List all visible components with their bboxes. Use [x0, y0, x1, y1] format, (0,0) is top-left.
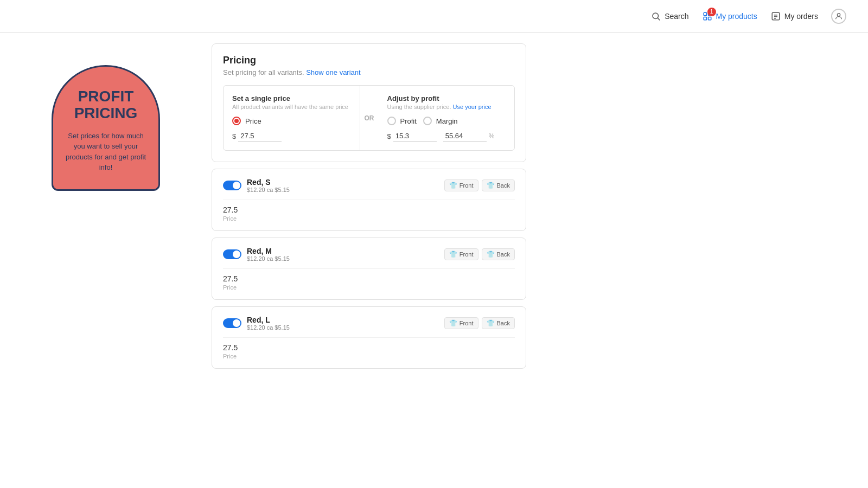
orders-icon [770, 11, 781, 22]
promo-panel: PROFIT PRICING Set prices for how much y… [0, 43, 212, 397]
svg-point-10 [837, 13, 840, 16]
back-label: Back [497, 320, 510, 326]
shirt-back-icon: 👕 [487, 182, 495, 189]
or-divider: OR [360, 86, 379, 150]
search-nav[interactable]: Search [650, 11, 688, 22]
variant-price-row: 27.5 Price [223, 337, 515, 359]
use-your-price-link[interactable]: Use your price [453, 104, 492, 110]
back-image-badge[interactable]: 👕 Back [482, 248, 515, 260]
account-nav[interactable] [831, 9, 846, 24]
price-radio[interactable] [232, 117, 241, 125]
variant-card: Red, M $12.20 ca $5.15 👕 Front 👕 Back 27… [212, 237, 526, 300]
promo-tag: PROFIT PRICING Set prices for how much y… [52, 65, 160, 191]
variant-cost: $12.20 ca $5.15 [247, 255, 290, 262]
shirt-front-icon: 👕 [449, 182, 457, 189]
search-icon [650, 11, 661, 22]
products-badge: 1 [707, 8, 716, 16]
app-header: Search 1 My products My orders [0, 0, 868, 33]
variant-header: Red, M $12.20 ca $5.15 👕 Front 👕 Back [223, 247, 515, 262]
svg-rect-5 [708, 17, 711, 20]
variant-name: Red, L [247, 316, 290, 324]
margin-radio[interactable] [423, 117, 432, 125]
profit-margin-row: Profit Margin [387, 117, 506, 125]
adjust-profit-title: Adjust by profit [387, 94, 506, 102]
adjust-profit-subtitle: Using the supplier price. Use your price [387, 104, 506, 110]
single-price-title: Set a single price [232, 94, 351, 102]
back-label: Back [497, 251, 510, 258]
back-label: Back [497, 182, 510, 189]
variant-price-value: 27.5 [223, 343, 515, 352]
variant-cards: Red, S $12.20 ca $5.15 👕 Front 👕 Back 27… [212, 169, 526, 369]
show-variant-link[interactable]: Show one variant [306, 68, 360, 76]
variant-price-value: 27.5 [223, 274, 515, 283]
price-radio-row: Price [232, 117, 351, 125]
search-label: Search [665, 12, 688, 21]
toggle-knob [233, 319, 240, 327]
shirt-front-icon: 👕 [449, 319, 457, 327]
svg-rect-2 [704, 12, 706, 15]
variant-price-row: 27.5 Price [223, 268, 515, 291]
my-orders-nav[interactable]: My orders [770, 11, 818, 22]
profit-radio-label: Profit [400, 117, 417, 125]
my-products-nav[interactable]: 1 My products [702, 11, 757, 22]
adjust-by-profit-panel: Adjust by profit Using the supplier pric… [379, 86, 515, 150]
currency-symbol: $ [232, 132, 236, 140]
percent-suffix: % [489, 132, 495, 140]
variant-header: Red, S $12.20 ca $5.15 👕 Front 👕 Back [223, 178, 515, 193]
products-icon: 1 [702, 11, 713, 22]
svg-point-0 [653, 13, 659, 19]
front-label: Front [459, 182, 474, 189]
pricing-subtitle: Set pricing for all variants. Show one v… [223, 68, 515, 76]
variant-card: Red, L $12.20 ca $5.15 👕 Front 👕 Back 27… [212, 306, 526, 369]
back-image-badge[interactable]: 👕 Back [482, 317, 515, 329]
variant-price-label: Price [223, 353, 515, 359]
variant-toggle[interactable] [223, 318, 241, 328]
front-label: Front [459, 320, 474, 326]
variant-price-label: Price [223, 215, 515, 222]
back-image-badge[interactable]: 👕 Back [482, 179, 515, 191]
price-radio-label: Price [245, 117, 261, 125]
front-image-badge[interactable]: 👕 Front [444, 248, 478, 260]
front-image-badge[interactable]: 👕 Front [444, 179, 478, 191]
pricing-title: Pricing [223, 55, 515, 66]
shirt-front-icon: 👕 [449, 251, 457, 258]
variant-cost: $12.20 ca $5.15 [247, 324, 290, 331]
set-single-price-panel: Set a single price All product variants … [224, 86, 360, 150]
single-price-subtitle: All product variants will have the same … [232, 104, 351, 110]
front-label: Front [459, 251, 474, 258]
variant-price-value: 27.5 [223, 206, 515, 214]
pricing-options: Set a single price All product variants … [223, 85, 515, 151]
variant-toggle[interactable] [223, 181, 241, 190]
variant-name: Red, S [247, 178, 290, 187]
variant-images: 👕 Front 👕 Back [444, 179, 515, 191]
variant-cost: $12.20 ca $5.15 [247, 187, 290, 193]
promo-title: PROFIT PRICING [64, 88, 148, 122]
margin-radio-row: Margin [423, 117, 458, 125]
toggle-knob [233, 182, 240, 189]
price-input[interactable] [238, 131, 282, 142]
variant-images: 👕 Front 👕 Back [444, 248, 515, 260]
my-products-label: My products [716, 12, 757, 21]
profit-input[interactable] [393, 131, 437, 142]
margin-radio-label: Margin [436, 117, 458, 125]
variant-name: Red, M [247, 247, 290, 255]
variant-toggle[interactable] [223, 249, 241, 259]
svg-line-1 [658, 18, 660, 20]
profit-radio[interactable] [387, 117, 396, 125]
pricing-card: Pricing Set pricing for all variants. Sh… [212, 43, 526, 162]
avatar-icon [831, 9, 846, 24]
variant-price-row: 27.5 Price [223, 200, 515, 222]
variant-header: Red, L $12.20 ca $5.15 👕 Front 👕 Back [223, 316, 515, 331]
shirt-back-icon: 👕 [487, 319, 495, 327]
variant-card: Red, S $12.20 ca $5.15 👕 Front 👕 Back 27… [212, 169, 526, 231]
variant-images: 👕 Front 👕 Back [444, 317, 515, 329]
variant-price-label: Price [223, 284, 515, 291]
my-orders-label: My orders [784, 12, 818, 21]
promo-description: Set prices for how much you want to sell… [64, 131, 148, 173]
margin-input[interactable] [443, 131, 487, 142]
profit-radio-row: Profit [387, 117, 417, 125]
price-input-group: $ [232, 131, 351, 142]
front-image-badge[interactable]: 👕 Front [444, 317, 478, 329]
shirt-back-icon: 👕 [487, 251, 495, 258]
toggle-knob [233, 251, 240, 258]
